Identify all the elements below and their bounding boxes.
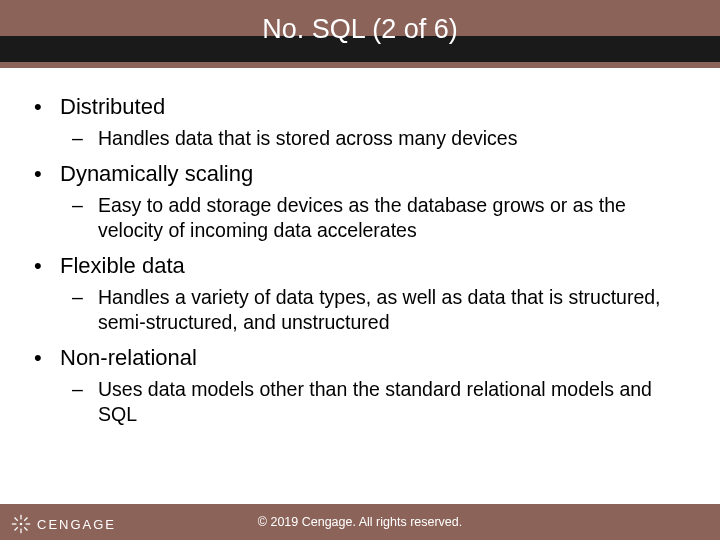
- svg-rect-2: [20, 529, 21, 534]
- brand-name: CENGAGE: [37, 517, 116, 532]
- svg-point-0: [20, 523, 23, 526]
- subbullet-4: – Uses data models other than the standa…: [34, 377, 686, 427]
- dash-marker: –: [72, 377, 98, 427]
- brand-logo: CENGAGE: [10, 513, 116, 535]
- bullet-2: • Dynamically scaling: [34, 161, 686, 187]
- bullet-1: • Distributed: [34, 94, 686, 120]
- svg-rect-3: [12, 523, 17, 524]
- subbullet-2-text: Easy to add storage devices as the datab…: [98, 193, 686, 243]
- subbullet-3-text: Handles a variety of data types, as well…: [98, 285, 686, 335]
- svg-rect-7: [14, 517, 18, 521]
- bullet-marker: •: [34, 253, 60, 279]
- svg-rect-5: [24, 517, 28, 521]
- svg-rect-8: [24, 527, 28, 531]
- slide-title: No. SQL (2 of 6): [0, 14, 720, 45]
- svg-rect-1: [20, 515, 21, 520]
- bullet-4-label: Non-relational: [60, 345, 197, 371]
- subbullet-1: – Handles data that is stored across man…: [34, 126, 686, 151]
- subbullet-4-text: Uses data models other than the standard…: [98, 377, 686, 427]
- subbullet-3: – Handles a variety of data types, as we…: [34, 285, 686, 335]
- bullet-3: • Flexible data: [34, 253, 686, 279]
- starburst-icon: [10, 513, 32, 535]
- dash-marker: –: [72, 126, 98, 151]
- copyright-text: © 2019 Cengage. All rights reserved.: [258, 515, 462, 529]
- dash-marker: –: [72, 193, 98, 243]
- bullet-4: • Non-relational: [34, 345, 686, 371]
- subbullet-2: – Easy to add storage devices as the dat…: [34, 193, 686, 243]
- bullet-marker: •: [34, 161, 60, 187]
- svg-rect-4: [26, 523, 31, 524]
- dash-marker: –: [72, 285, 98, 335]
- title-banner: No. SQL (2 of 6): [0, 0, 720, 68]
- footer-bar: CENGAGE © 2019 Cengage. All rights reser…: [0, 504, 720, 540]
- bullet-marker: •: [34, 345, 60, 371]
- bullet-1-label: Distributed: [60, 94, 165, 120]
- svg-rect-6: [14, 527, 18, 531]
- bullet-marker: •: [34, 94, 60, 120]
- slide-body: • Distributed – Handles data that is sto…: [0, 68, 720, 427]
- bullet-3-label: Flexible data: [60, 253, 185, 279]
- bullet-2-label: Dynamically scaling: [60, 161, 253, 187]
- subbullet-1-text: Handles data that is stored across many …: [98, 126, 517, 151]
